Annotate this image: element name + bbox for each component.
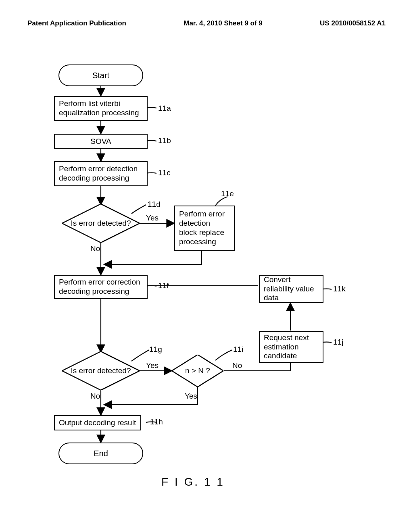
terminal-start: Start [58,64,143,86]
process-11k: Convert reliability value data [259,275,323,303]
ref-11b: 11b [158,136,171,145]
ref-11h: 11h [150,418,163,426]
s11k-text: Convert reliability value data [264,275,319,303]
process-11j: Request next estimation candidate [259,331,323,363]
process-11c: Perform error detection decoding process… [54,161,148,186]
page-header: Patent Application Publication Mar. 4, 2… [0,19,413,30]
branch-11g-yes: Yes [146,361,159,370]
s11f-text: Perform error correction decoding proces… [59,278,143,296]
leader-11e [214,195,230,207]
ref-11f: 11f [158,281,169,290]
ref-11g: 11g [149,345,162,354]
header-left: Patent Application Publication [27,19,126,27]
branch-11d-yes: Yes [146,214,159,222]
flowchart: Start Perform list viterbi equalization … [52,64,367,468]
ref-11k: 11k [333,285,346,293]
ref-11a: 11a [158,104,171,113]
s11a-text: Perform list viterbi equalization proces… [59,99,143,118]
flow-arrows [52,64,367,468]
ref-11j: 11j [333,338,343,347]
process-11b: SOVA [54,134,148,149]
decision-11g: Is error detected? [62,351,140,390]
process-11e: Perform error detection block replace pr… [174,206,235,251]
s11c-text: Perform error detection decoding process… [59,164,143,183]
header-center: Mar. 4, 2010 Sheet 9 of 9 [184,19,263,27]
ref-11c: 11c [158,168,171,177]
process-11a: Perform list viterbi equalization proces… [54,96,148,121]
decision-11d: Is error detected? [62,204,140,243]
process-11f: Perform error correction decoding proces… [54,275,148,299]
header-right: US 2010/0058152 A1 [320,19,386,27]
s11h-text: Output decoding result [59,418,136,428]
end-text: End [94,449,108,458]
s11g-text: Is error detected? [71,366,131,375]
s11e-text: Perform error detection block replace pr… [179,210,230,246]
terminal-end: End [58,443,143,464]
branch-11d-no: No [90,244,100,253]
s11b-text: SOVA [90,137,111,146]
s11d-text: Is error detected? [71,219,131,228]
branch-11g-no: No [90,392,100,401]
ref-11i: 11i [233,345,243,354]
ref-11d: 11d [148,200,161,209]
process-11h: Output decoding result [54,415,141,430]
start-text: Start [92,71,109,80]
s11j-text: Request next estimation candidate [264,333,319,361]
branch-11i-no: No [232,361,242,370]
figure-caption: F I G. 1 1 [161,476,225,488]
s11i-text: n > N ? [185,366,210,375]
decision-11i: n > N ? [172,355,223,387]
branch-11i-yes: Yes [185,392,197,401]
